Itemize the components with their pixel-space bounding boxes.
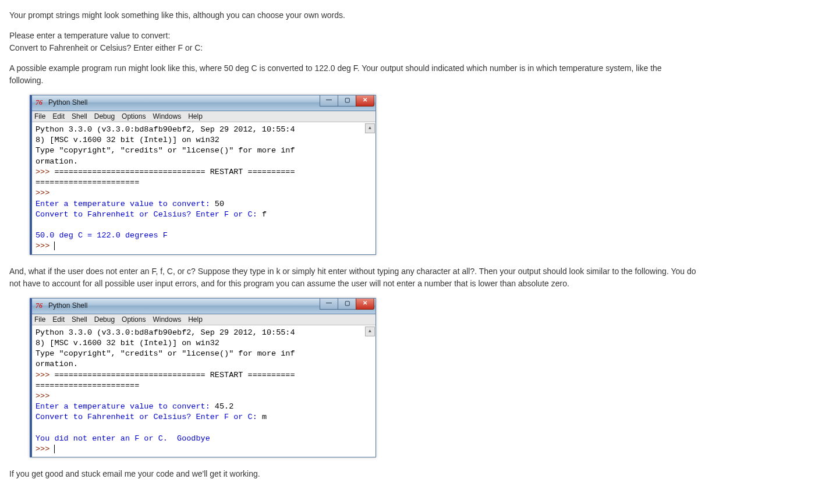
menu-windows[interactable]: Windows [153,315,181,324]
shell-line: Python 3.3.0 (v3.3.0:bd8afb90ebf2, Sep 2… [36,328,295,337]
minimize-button[interactable]: — [320,95,338,107]
shell-prompt: >>> [36,189,54,197]
shell-prompt: >>> [36,392,54,400]
shell-prompt: >>> [36,371,54,379]
outro-text: If you get good and stuck email me your … [9,468,696,480]
shell-line: 50.0 deg C = 122.0 degrees F [36,231,168,240]
menu-shell[interactable]: Shell [72,315,87,324]
scroll-up-icon[interactable]: ▲ [365,326,375,336]
shell-line: You did not enter an F or C. Goodbye [36,434,210,443]
cursor-icon [54,445,59,453]
shell-prompt: >>> [36,445,54,453]
menu-edit[interactable]: Edit [52,315,65,324]
shell-line: ================================ RESTART… [54,371,295,379]
shell-input: 45.2 [215,402,233,411]
window-titlebar: 76 Python Shell — ▢ ✕ [32,95,375,111]
menu-debug[interactable]: Debug [94,112,115,120]
shell-line: ormation. [36,360,78,368]
shell-input: f [262,210,267,219]
minimize-button[interactable]: — [320,299,338,310]
shell-line: ormation. [36,157,78,166]
shell-line: Enter a temperature value to convert: [36,402,215,411]
shell-line: ================================ RESTART… [54,168,295,176]
shell-line: Convert to Fahrenheit or Celsius? Enter … [36,413,262,421]
close-button[interactable]: ✕ [356,299,374,310]
shell-line: 8) [MSC v.1600 32 bit (Intel)] on win32 [36,339,219,347]
shell-line: ====================== [36,178,139,187]
menu-help[interactable]: Help [188,112,203,120]
invalid-input-desc: And, what if the user does not enter an … [9,265,696,290]
menu-file[interactable]: File [34,112,45,120]
shell-line: Enter a temperature value to convert: [36,200,215,208]
shell-line: ====================== [36,381,139,390]
window-controls: — ▢ ✕ [320,299,374,310]
shell-input: m [262,413,267,421]
menu-edit[interactable]: Edit [52,112,65,120]
shell-line: Convert to Fahrenheit or Celsius? Enter … [36,210,262,219]
window-controls: — ▢ ✕ [320,95,374,107]
python-shell-window-2: 76 Python Shell — ▢ ✕ FileEditShellDebug… [30,298,376,458]
shell-prompt: >>> [36,242,54,250]
menu-file[interactable]: File [34,315,45,324]
maximize-button[interactable]: ▢ [338,95,356,107]
shell-prompt: >>> [36,168,54,176]
menu-options[interactable]: Options [122,112,146,120]
prompt-example-1: Please enter a temperature value to conv… [9,30,696,42]
shell-line: Python 3.3.0 (v3.3.0:bd8afb90ebf2, Sep 2… [36,125,295,134]
python-shell-window-1: 76 Python Shell — ▢ ✕ FileEditShellDebug… [30,95,376,255]
example-desc: A possible example program run might loo… [9,62,696,87]
menu-windows[interactable]: Windows [153,112,181,120]
window-title: Python Shell [48,301,87,310]
shell-input: 50 [215,200,224,208]
python-logo-icon: 76 [36,301,42,310]
close-button[interactable]: ✕ [356,95,374,107]
intro-text: Your prompt strings might look something… [9,9,696,22]
prompt-example-2: Convert to Fahrenheit or Celsius? Enter … [9,42,696,54]
cursor-icon [54,242,59,250]
python-logo-icon: 76 [36,98,42,107]
menu-options[interactable]: Options [122,315,146,324]
menubar: FileEditShellDebugOptionsWindowsHelp [32,111,375,122]
window-titlebar: 76 Python Shell — ▢ ✕ [32,299,375,314]
menu-shell[interactable]: Shell [72,112,87,120]
menu-debug[interactable]: Debug [94,315,115,324]
menubar: FileEditShellDebugOptionsWindowsHelp [32,314,375,325]
shell-output[interactable]: ▲Python 3.3.0 (v3.3.0:bd8afb90ebf2, Sep … [32,325,375,457]
maximize-button[interactable]: ▢ [338,299,356,310]
shell-line: 8) [MSC v.1600 32 bit (Intel)] on win32 [36,136,219,144]
shell-output[interactable]: ▲Python 3.3.0 (v3.3.0:bd8afb90ebf2, Sep … [32,122,375,254]
shell-line: Type "copyright", "credits" or "license(… [36,146,295,155]
window-title: Python Shell [48,98,87,107]
scroll-up-icon[interactable]: ▲ [365,123,375,133]
menu-help[interactable]: Help [188,315,203,324]
shell-line: Type "copyright", "credits" or "license(… [36,349,295,358]
